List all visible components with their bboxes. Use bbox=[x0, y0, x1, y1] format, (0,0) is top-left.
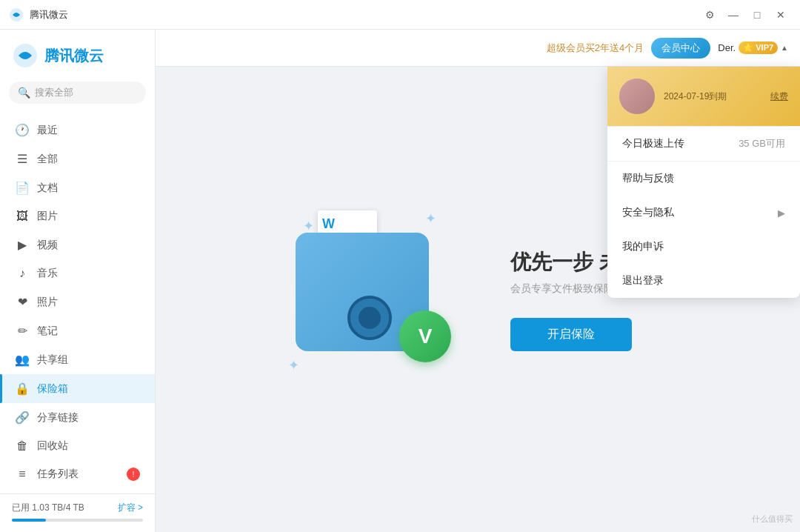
search-box[interactable]: 🔍 搜索全部 bbox=[9, 82, 146, 104]
sidebar-label-docs: 文档 bbox=[37, 182, 58, 195]
svg-point-2 bbox=[22, 53, 28, 59]
storage-info: 已用 1.03 TB/4 TB 扩容 > bbox=[12, 502, 143, 514]
docs-icon: 📄 bbox=[15, 181, 30, 195]
expand-button[interactable]: 扩容 > bbox=[118, 502, 143, 514]
app-title: 腾讯微云 bbox=[30, 8, 68, 21]
minimize-button[interactable]: — bbox=[723, 4, 744, 25]
safe-dial bbox=[347, 296, 392, 340]
member-center-button[interactable]: 会员中心 bbox=[651, 38, 710, 59]
content-area: 超级会员买2年送4个月 会员中心 Der. ⭐ VIP7 ▲ 2024-07-1… bbox=[156, 30, 800, 532]
logo-text: 腾讯微云 bbox=[44, 46, 104, 66]
upload-speed-item[interactable]: 今日极速上传 35 GB可用 bbox=[607, 127, 800, 161]
renew-button[interactable]: 续费 bbox=[770, 90, 788, 103]
upload-speed-label: 今日极速上传 bbox=[622, 137, 684, 150]
share-icon: 🔗 bbox=[15, 410, 30, 425]
storage-bar-background bbox=[12, 519, 143, 522]
sidebar-item-all[interactable]: ☰全部 bbox=[0, 144, 155, 173]
sidebar-item-tasks[interactable]: ≡任务列表! bbox=[0, 460, 155, 488]
sidebar-label-recent: 最近 bbox=[37, 124, 58, 137]
sidebar-item-photos[interactable]: ❤照片 bbox=[0, 287, 155, 316]
sparkle-2: ✦ bbox=[425, 210, 436, 227]
privacy-item[interactable]: 安全与隐私 ▶ bbox=[607, 196, 800, 230]
close-button[interactable]: ✕ bbox=[770, 4, 791, 25]
logout-item[interactable]: 退出登录 bbox=[607, 264, 800, 298]
video-icon: ▶ bbox=[15, 238, 30, 252]
sidebar-label-trash: 回收站 bbox=[37, 439, 68, 453]
music-icon: ♪ bbox=[15, 267, 30, 280]
vip-shield: V bbox=[399, 310, 451, 362]
groups-icon: 👥 bbox=[15, 353, 30, 367]
logo-icon bbox=[12, 42, 39, 69]
safe-illustration: ✦ ✦ ✦ W V bbox=[273, 203, 466, 396]
sidebar-item-music[interactable]: ♪音乐 bbox=[0, 259, 155, 287]
vip-promo-text[interactable]: 超级会员买2年送4个月 bbox=[547, 41, 644, 55]
user-info: 2024-07-19到期 bbox=[664, 90, 761, 103]
images-icon: 🖼 bbox=[15, 210, 30, 223]
sidebar-label-all: 全部 bbox=[37, 153, 58, 166]
settings-button[interactable]: ⚙ bbox=[699, 4, 720, 25]
user-avatar bbox=[619, 79, 655, 114]
sidebar-label-groups: 共享组 bbox=[37, 353, 68, 367]
safe-icon: 🔒 bbox=[15, 382, 30, 396]
sidebar-item-share[interactable]: 🔗分享链接 bbox=[0, 403, 155, 432]
sidebar-item-notes[interactable]: ✏笔记 bbox=[0, 316, 155, 345]
complaint-item[interactable]: 我的申诉 bbox=[607, 230, 800, 264]
nav-badge-tasks: ! bbox=[127, 468, 140, 481]
tasks-icon: ≡ bbox=[15, 468, 30, 481]
sidebar-label-tasks: 任务列表 bbox=[37, 468, 79, 481]
dropdown-user-header: 2024-07-19到期 续费 bbox=[607, 67, 800, 126]
sidebar-logo: 腾讯微云 bbox=[0, 30, 155, 82]
storage-text: 已用 1.03 TB/4 TB bbox=[12, 502, 84, 514]
app-icon bbox=[9, 7, 24, 22]
sidebar-item-video[interactable]: ▶视频 bbox=[0, 230, 155, 259]
photos-icon: ❤ bbox=[15, 295, 30, 309]
doc-header-icon: W bbox=[322, 216, 335, 232]
topbar: 超级会员买2年送4个月 会员中心 Der. ⭐ VIP7 ▲ 2024-07-1… bbox=[156, 30, 800, 67]
watermark: 什么值得买 bbox=[752, 513, 793, 525]
user-menu-button[interactable]: Der. ⭐ VIP7 ▲ bbox=[718, 41, 788, 54]
main-layout: 腾讯微云 🔍 搜索全部 🕐最近☰全部📄文档🖼图片▶视频♪音乐❤照片✏笔记👥共享组… bbox=[0, 30, 800, 532]
titlebar-left: 腾讯微云 bbox=[9, 7, 68, 22]
vip-badge: ⭐ VIP7 bbox=[739, 41, 778, 54]
sparkle-3: ✦ bbox=[288, 357, 299, 373]
notes-icon: ✏ bbox=[15, 324, 30, 338]
dropdown-arrow-icon: ▲ bbox=[781, 44, 788, 52]
privacy-arrow: ▶ bbox=[778, 207, 785, 219]
sidebar-label-notes: 笔记 bbox=[37, 325, 58, 338]
safe-dial-inner bbox=[359, 307, 381, 329]
sparkle-1: ✦ bbox=[303, 218, 314, 234]
sidebar-item-trash[interactable]: 🗑回收站 bbox=[0, 432, 155, 460]
sidebar-label-music: 音乐 bbox=[37, 267, 58, 280]
user-expiry: 2024-07-19到期 bbox=[664, 90, 761, 103]
start-insurance-button[interactable]: 开启保险 bbox=[510, 318, 632, 351]
sidebar-item-safe[interactable]: 🔒保险箱 bbox=[0, 374, 155, 403]
sidebar: 腾讯微云 🔍 搜索全部 🕐最近☰全部📄文档🖼图片▶视频♪音乐❤照片✏笔记👥共享组… bbox=[0, 30, 156, 532]
maximize-button[interactable]: □ bbox=[747, 4, 767, 25]
sidebar-label-images: 图片 bbox=[37, 210, 58, 223]
sidebar-item-docs[interactable]: 📄文档 bbox=[0, 173, 155, 202]
sidebar-label-video: 视频 bbox=[37, 239, 58, 252]
recent-icon: 🕐 bbox=[15, 123, 30, 137]
sidebar-nav: 🕐最近☰全部📄文档🖼图片▶视频♪音乐❤照片✏笔记👥共享组🔒保险箱🔗分享链接🗑回收… bbox=[0, 113, 155, 493]
sidebar-item-images[interactable]: 🖼图片 bbox=[0, 202, 155, 230]
search-placeholder: 搜索全部 bbox=[35, 86, 73, 99]
storage-bar-fill bbox=[12, 519, 46, 522]
avatar-image bbox=[619, 79, 655, 114]
window-controls: ⚙ — □ ✕ bbox=[699, 4, 791, 25]
upload-speed-value: 35 GB可用 bbox=[739, 137, 785, 150]
username-label: Der. bbox=[718, 42, 736, 53]
titlebar: 腾讯微云 ⚙ — □ ✕ bbox=[0, 0, 800, 30]
all-icon: ☰ bbox=[15, 152, 30, 166]
sidebar-label-photos: 照片 bbox=[37, 296, 58, 309]
help-feedback-item[interactable]: 帮助与反馈 bbox=[607, 162, 800, 196]
search-icon: 🔍 bbox=[18, 87, 30, 99]
user-dropdown-menu: 2024-07-19到期 续费 今日极速上传 35 GB可用 帮助与反馈 安 bbox=[607, 67, 800, 298]
trash-icon: 🗑 bbox=[15, 439, 30, 453]
sidebar-item-recent[interactable]: 🕐最近 bbox=[0, 116, 155, 144]
sidebar-footer: 已用 1.03 TB/4 TB 扩容 > bbox=[0, 493, 155, 532]
sidebar-label-safe: 保险箱 bbox=[37, 382, 68, 396]
sidebar-label-share: 分享链接 bbox=[37, 411, 79, 425]
sidebar-item-groups[interactable]: 👥共享组 bbox=[0, 345, 155, 374]
